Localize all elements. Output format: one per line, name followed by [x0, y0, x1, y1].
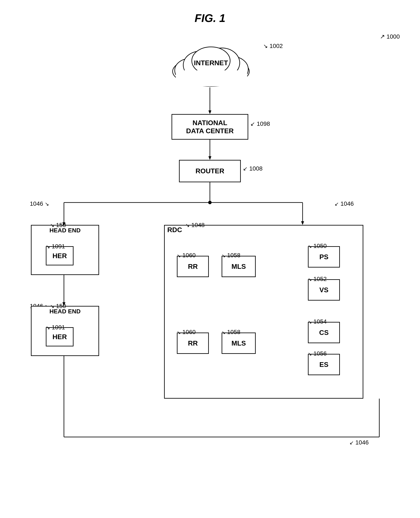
- diagram: FIG. 1 ↗ 1000: [0, 0, 420, 518]
- internet-label: INTERNET: [194, 59, 228, 67]
- ref-1091-1: ↘ 1091: [46, 243, 65, 250]
- ps-node: PS: [308, 246, 340, 267]
- ref-1048: ↘ 1048: [185, 222, 205, 229]
- rdc-label: RDC: [167, 226, 182, 234]
- svg-point-5: [208, 201, 212, 204]
- ref-1056: ↘ 1056: [308, 350, 327, 357]
- ref-1000: ↗ 1000: [380, 33, 400, 40]
- ref-1054: ↘ 1054: [308, 318, 327, 325]
- internet-node: INTERNET: [158, 37, 264, 88]
- vs-node: VS: [308, 279, 340, 301]
- ref-1058-2: ↘ 1058: [222, 329, 240, 335]
- ref-150-2: ↘ 150: [50, 303, 66, 310]
- svg-marker-3: [208, 156, 211, 160]
- ref-1052: ↘ 1052: [308, 276, 327, 282]
- router-node: ROUTER: [179, 160, 241, 182]
- national-data-center-node: NATIONAL DATA CENTER: [172, 114, 248, 140]
- figure-title: FIG. 1: [195, 12, 225, 24]
- ref-1060-2: ↘ 1060: [177, 329, 196, 335]
- ref-1008: ↙ 1008: [243, 165, 262, 172]
- ref-1098: ↙ 1098: [250, 121, 270, 127]
- ref-1046-bottom: ↙ 1046: [349, 439, 369, 446]
- rr-1-node: RR: [177, 256, 209, 277]
- ref-1046-tr: ↙ 1046: [335, 200, 354, 207]
- svg-marker-1: [208, 110, 211, 114]
- mls-2-node: MLS: [222, 333, 256, 354]
- ref-1046-tl: 1046 ↘: [30, 200, 49, 207]
- ref-1091-2: ↘ 1091: [46, 324, 65, 331]
- es-node: ES: [308, 354, 340, 375]
- ref-1050: ↘ 1050: [308, 243, 327, 249]
- ref-1060-1: ↘ 1060: [177, 252, 196, 259]
- ref-1002: ↘ 1002: [263, 43, 283, 49]
- mls-1-node: MLS: [222, 256, 256, 277]
- rr-2-node: RR: [177, 333, 209, 354]
- cs-node: CS: [308, 322, 340, 343]
- svg-marker-11: [301, 221, 304, 225]
- svg-rect-23: [176, 70, 247, 86]
- ref-1058-1: ↘ 1058: [222, 252, 240, 259]
- ref-150-1: ↘ 150: [50, 222, 66, 229]
